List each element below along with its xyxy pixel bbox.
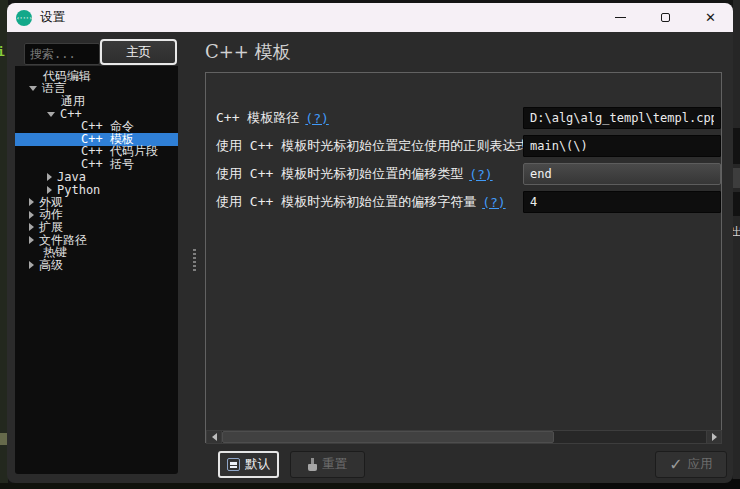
maximize-button[interactable] xyxy=(643,3,688,32)
minimize-button[interactable] xyxy=(598,3,643,32)
background-code-text: i xyxy=(0,44,5,59)
page-title: C++ 模板 xyxy=(205,40,291,64)
offset-type-combobox[interactable]: end xyxy=(523,163,721,185)
search-input[interactable] xyxy=(24,43,100,65)
default-button[interactable]: 默认 xyxy=(218,451,279,478)
form-row: C++ 模板路径 (?) xyxy=(216,107,329,129)
apply-button-label: 应用 xyxy=(688,456,713,473)
field-label: 使用 C++ 模板时光标初始位置的偏移类型 xyxy=(216,165,463,183)
form-row: 使用 C++ 模板时光标初始位置的偏移字符量 (?) xyxy=(216,191,506,213)
tree-item-java[interactable]: Java xyxy=(15,171,178,184)
expand-arrow-icon[interactable] xyxy=(29,211,34,219)
background-sliver xyxy=(733,168,740,188)
field-label: 使用 C++ 模板时光标初始位置的偏移字符量 xyxy=(216,193,476,211)
home-button[interactable]: 主页 xyxy=(100,39,177,65)
help-link[interactable]: (?) xyxy=(469,167,492,182)
expand-arrow-icon[interactable] xyxy=(29,198,34,206)
settings-panel: C++ 模板路径 (?) 使用 C++ 模板时光标初始位置定位使用的正则表达式 … xyxy=(205,72,722,443)
combobox-value: end xyxy=(530,167,552,181)
field-label: C++ 模板路径 xyxy=(216,109,299,127)
tree-item-language[interactable]: 语言 xyxy=(15,83,178,96)
window-title: 设置 xyxy=(40,9,65,26)
tree-item-file-path[interactable]: 文件路径 xyxy=(15,234,178,247)
app-logo-icon: ‹···› xyxy=(16,10,32,26)
tree-item-general[interactable]: 通用 xyxy=(15,95,178,108)
cursor-regex-input[interactable] xyxy=(523,135,721,157)
scroll-right-icon xyxy=(712,433,717,441)
close-icon: ✕ xyxy=(705,11,716,24)
collapse-arrow-icon[interactable] xyxy=(47,112,55,117)
scrollbar-thumb[interactable] xyxy=(222,431,554,443)
window-controls: ✕ xyxy=(598,3,733,32)
expand-arrow-icon[interactable] xyxy=(29,236,34,244)
settings-tree: 代码编辑 语言 通用 C++ C++ 命令 C++ 模板 C++ 代码片段 C+… xyxy=(15,66,178,474)
screen: i 出 ‹···› 设置 ✕ 主页 代码编辑 语言 通用 C++ C++ 命令 xyxy=(0,0,740,489)
help-link[interactable]: (?) xyxy=(482,195,505,210)
tree-item-label: 高级 xyxy=(39,257,63,274)
expand-arrow-icon[interactable] xyxy=(47,186,52,194)
scrollbar-track[interactable] xyxy=(222,431,706,443)
tree-item-label: Python xyxy=(57,183,100,197)
template-path-input[interactable] xyxy=(523,107,721,129)
scroll-right-button[interactable] xyxy=(706,431,721,443)
check-icon: ✓ xyxy=(669,457,682,473)
scroll-left-button[interactable] xyxy=(207,431,222,443)
form-row: 使用 C++ 模板时光标初始位置的偏移类型 (?) xyxy=(216,163,493,185)
background-sliver xyxy=(733,128,740,164)
titlebar[interactable]: ‹···› 设置 ✕ xyxy=(7,3,733,32)
default-button-label: 默认 xyxy=(245,456,270,473)
form-row: 使用 C++ 模板时光标初始位置定位使用的正则表达式 (?) xyxy=(216,135,558,157)
offset-chars-input[interactable] xyxy=(523,191,721,213)
apply-button[interactable]: ✓ 应用 xyxy=(655,451,727,478)
splitter-handle[interactable] xyxy=(193,249,196,273)
horizontal-scrollbar[interactable] xyxy=(206,430,722,444)
expand-arrow-icon[interactable] xyxy=(47,173,52,181)
scroll-left-icon xyxy=(212,433,217,441)
field-label: 使用 C++ 模板时光标初始位置定位使用的正则表达式 xyxy=(216,137,528,155)
tree-item-code-edit[interactable]: 代码编辑 xyxy=(15,70,178,83)
settings-window: ‹···› 设置 ✕ 主页 代码编辑 语言 通用 C++ C++ 命令 C++ … xyxy=(7,3,733,483)
reset-button-label: 重置 xyxy=(322,456,347,473)
minimize-icon xyxy=(615,17,626,18)
maximize-icon xyxy=(661,13,670,22)
help-link[interactable]: (?) xyxy=(305,111,328,126)
expand-arrow-icon[interactable] xyxy=(29,223,34,231)
tree-item-cpp-parentheses[interactable]: C++ 括号 xyxy=(15,158,178,171)
background-sliver xyxy=(733,192,740,216)
defaults-list-icon xyxy=(227,458,240,471)
close-button[interactable]: ✕ xyxy=(688,3,733,32)
reset-button[interactable]: 重置 xyxy=(290,451,365,478)
expand-arrow-icon[interactable] xyxy=(29,261,34,269)
collapse-arrow-icon[interactable] xyxy=(29,86,37,91)
tree-item-label: C++ xyxy=(60,107,82,121)
tree-item-advanced[interactable]: 高级 xyxy=(15,259,178,272)
background-right-strip xyxy=(733,0,740,489)
brush-icon xyxy=(308,458,317,471)
